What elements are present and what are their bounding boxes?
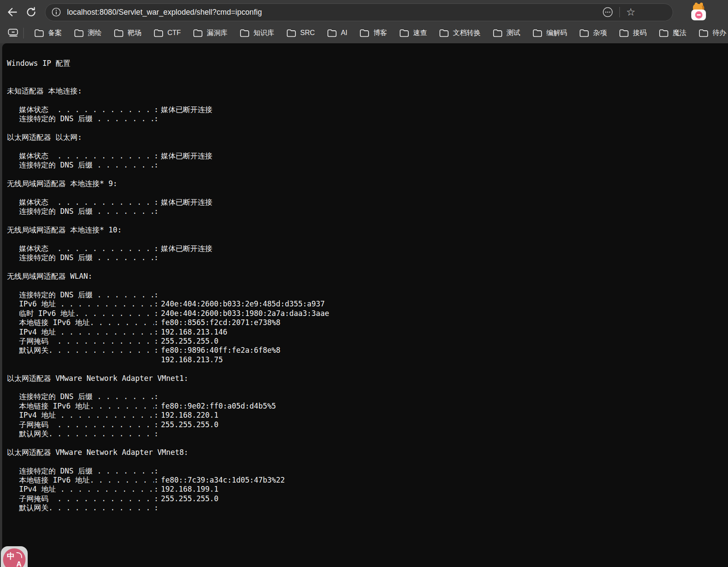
terminal-row: 192.168.213.75: [7, 355, 724, 364]
back-arrow-icon: [6, 6, 18, 18]
row-colon: :: [154, 392, 161, 401]
terminal-row: 连接特定的 DNS 后缀 . . . . . . . . . . . :: [7, 207, 724, 216]
adapter-section: 无线局域网适配器 本地连接* 9: 媒体状态 . . . . . . . . .…: [7, 179, 724, 216]
row-value: fe80::9e02:ff0:a05d:d4b5%5: [161, 402, 276, 411]
bookmark-folder[interactable]: 博客: [359, 29, 387, 38]
folder-icon: [74, 29, 84, 37]
collections-button[interactable]: [6, 28, 21, 38]
bookmark-folder[interactable]: 杂项: [579, 29, 607, 38]
refresh-button[interactable]: [22, 3, 40, 21]
back-button[interactable]: [3, 3, 21, 21]
bookmark-label: CTF: [167, 29, 181, 37]
adapter-heading: 无线局域网适配器 WLAN:: [7, 272, 724, 281]
translate-icon: 中 A: [3, 548, 26, 567]
adapter-heading: 以太网适配器 VMware Network Adapter VMnet8:: [7, 448, 724, 457]
translate-zh-glyph: 中: [7, 551, 15, 561]
bookmarks-list: 备案 测绘 靶场 CTF 漏洞库 知识库 SRC: [28, 29, 728, 38]
extension-badge: [691, 10, 706, 20]
bookmark-label: AI: [341, 29, 347, 37]
info-icon: [51, 7, 61, 17]
bookmark-folder[interactable]: CTF: [154, 29, 181, 37]
bookmark-folder[interactable]: 知识库: [240, 29, 274, 38]
row-colon: :: [154, 494, 161, 503]
favorite-star-icon[interactable]: ☆: [624, 7, 637, 17]
row-colon: :: [154, 337, 161, 346]
folder-icon: [493, 29, 503, 37]
ellipsis-circle-icon: [602, 6, 613, 18]
refresh-icon: [25, 6, 37, 18]
bookmark-label: 博客: [373, 29, 387, 38]
row-label: IPv6 地址 . . . . . . . . . . . . . . . .: [19, 300, 154, 309]
bookmark-label: 漏洞库: [207, 29, 228, 38]
adapter-section: 以太网适配器 VMware Network Adapter VMnet1: 连接…: [7, 374, 724, 439]
row-label: 默认网关. . . . . . . . . . . . . . . . .: [19, 429, 154, 438]
bookmark-folder[interactable]: 文档转换: [439, 29, 481, 38]
bookmark-folder[interactable]: 备案: [34, 29, 62, 38]
bookmark-folder[interactable]: 魔法: [659, 29, 686, 38]
bookmark-folder[interactable]: 速查: [399, 29, 427, 38]
bookmark-folder[interactable]: 待办: [699, 29, 726, 38]
bookmark-folder[interactable]: AI: [327, 29, 347, 37]
row-value: fe80::8565:f2cd:2071:e738%8: [161, 318, 280, 327]
row-value: 255.255.255.0: [161, 337, 218, 346]
row-value: 255.255.255.0: [161, 494, 218, 503]
site-info-button[interactable]: [49, 5, 64, 19]
bookmark-folder[interactable]: 测绘: [74, 29, 102, 38]
terminal-row: 媒体状态 . . . . . . . . . . . . . . . . : 媒…: [7, 198, 724, 207]
row-label: IPv4 地址 . . . . . . . . . . . . . . . .: [19, 485, 154, 494]
row-label: 默认网关. . . . . . . . . . . . . . . . .: [19, 503, 154, 512]
folder-icon: [240, 29, 250, 37]
adapter-heading: 未知适配器 本地连接:: [7, 87, 724, 96]
row-label: 子网掩码 . . . . . . . . . . . . . . . .: [19, 420, 154, 429]
adapter-section: 以太网适配器 VMware Network Adapter VMnet8: 连接…: [7, 448, 724, 513]
adapter-heading: 以太网适配器 VMware Network Adapter VMnet1:: [7, 374, 724, 383]
bookmark-label: 速查: [413, 29, 427, 38]
bookmarks-divider: [23, 28, 24, 39]
bookmark-folder[interactable]: SRC: [286, 29, 315, 37]
adapter-heading: 无线局域网适配器 本地连接* 10:: [7, 226, 724, 235]
url-bar-divider: [619, 7, 620, 17]
adapter-heading: 无线局域网适配器 本地连接* 9:: [7, 179, 724, 188]
adapter-sections: 未知适配器 本地连接: 媒体状态 . . . . . . . . . . . .…: [7, 87, 724, 512]
row-colon: :: [154, 318, 161, 327]
translate-button[interactable]: 中 A: [1, 546, 28, 567]
url-text[interactable]: localhost:8080/Servlet_war_exploded/shel…: [67, 8, 600, 17]
terminal-row: 本地链接 IPv6 地址. . . . . . . . . . . . : fe…: [7, 402, 724, 411]
page-content: Windows IP 配置 未知适配器 本地连接: 媒体状态 . . . . .…: [2, 43, 728, 567]
terminal-row: 子网掩码 . . . . . . . . . . . . . . . . : 2…: [7, 494, 724, 503]
extension-icon[interactable]: [691, 3, 707, 21]
row-value: 媒体已断开连接: [161, 151, 212, 161]
row-colon: :: [154, 244, 161, 253]
terminal-row: 子网掩码 . . . . . . . . . . . . . . . . : 2…: [7, 337, 724, 346]
terminal-row: 本地链接 IPv6 地址. . . . . . . . . . . . : fe…: [7, 318, 724, 327]
blocked-minus-icon: [695, 11, 702, 19]
terminal-row: 临时 IPv6 地址. . . . . . . . . . . . . . : …: [7, 309, 724, 318]
row-colon: :: [154, 300, 161, 309]
more-actions-button[interactable]: [600, 5, 615, 19]
row-label: 子网掩码 . . . . . . . . . . . . . . . .: [19, 494, 154, 503]
row-label: 媒体状态 . . . . . . . . . . . . . . . .: [19, 198, 154, 207]
bookmark-label: 备案: [48, 29, 62, 38]
row-label: 连接特定的 DNS 后缀 . . . . . . . . . . .: [19, 161, 154, 170]
bookmark-folder[interactable]: 漏洞库: [193, 29, 228, 38]
row-colon: :: [154, 151, 161, 161]
terminal-row: 连接特定的 DNS 后缀 . . . . . . . . . . . :: [7, 114, 724, 123]
bookmarks-bar: 备案 测绘 靶场 CTF 漏洞库 知识库 SRC: [0, 24, 728, 43]
bookmark-label: 接码: [633, 29, 647, 38]
bookmark-folder[interactable]: 测试: [493, 29, 520, 38]
folder-icon: [114, 29, 124, 37]
folder-icon: [579, 29, 589, 37]
folder-icon: [399, 29, 409, 37]
row-colon: :: [154, 420, 161, 429]
folder-icon: [193, 29, 203, 37]
bookmark-folder[interactable]: 靶场: [114, 29, 141, 38]
terminal-row: 媒体状态 . . . . . . . . . . . . . . . . : 媒…: [7, 151, 724, 161]
bookmark-folder[interactable]: 编解码: [532, 29, 567, 38]
url-bar[interactable]: localhost:8080/Servlet_war_exploded/shel…: [45, 3, 673, 21]
bookmark-folder[interactable]: 接码: [619, 29, 647, 38]
row-label: [19, 355, 154, 364]
row-value: 240e:404:2600:b033:2e9:485d:d355:a937: [161, 300, 325, 309]
row-colon: :: [154, 346, 161, 355]
row-label: IPv4 地址 . . . . . . . . . . . . . . . .: [19, 328, 154, 337]
terminal-output: Windows IP 配置 未知适配器 本地连接: 媒体状态 . . . . .…: [2, 43, 728, 517]
